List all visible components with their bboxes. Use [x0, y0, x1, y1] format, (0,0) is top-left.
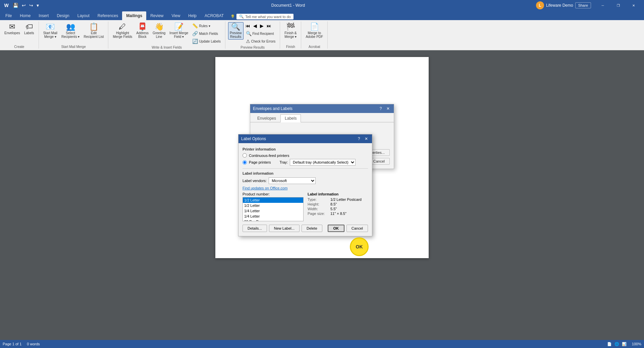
label-opts-titlebar: Label Options ? ✕ [238, 134, 372, 143]
match-fields-btn[interactable]: 🔗 Match Fields [191, 30, 222, 37]
rules-label: Rules ▾ [199, 24, 210, 28]
greeting-line-btn[interactable]: 👋 GreetingLine [151, 22, 167, 40]
status-bar-right: 📄 🌐 📊 100% [607, 342, 641, 346]
address-block-btn[interactable]: 📮 AddressBlock [135, 22, 150, 40]
finish-group-label: Finish [286, 44, 295, 49]
user-name: Lifeware Demo [546, 3, 573, 8]
details-btn[interactable]: Details... [243, 225, 267, 232]
env-close-btn[interactable]: ✕ [385, 106, 391, 112]
title-bar: W 💾 ↩ ↪ ▾ Document1 - Word L Lifeware De… [0, 0, 644, 11]
tab-layout[interactable]: Layout [73, 11, 94, 20]
nav-prev-btn[interactable]: ◀ [252, 22, 258, 30]
update-link[interactable]: Find updates on Office.com [243, 186, 368, 190]
env-tab-envelopes[interactable]: Envelopes [253, 114, 280, 122]
merge-to-pdf-btn[interactable]: 📄 Merge toAdobe PDF [304, 22, 325, 40]
labels-label: Labels [24, 31, 34, 35]
insert-merge-field-btn[interactable]: 📝 Insert MergeField ▾ [168, 22, 190, 40]
delete-btn[interactable]: Delete [302, 225, 322, 232]
tab-file[interactable]: File [1, 11, 16, 20]
tab-help[interactable]: Help [184, 11, 201, 20]
tab-mailings[interactable]: Mailings [122, 11, 146, 20]
tab-home[interactable]: Home [16, 11, 35, 20]
ribbon-group-create: ✉ Envelopes 🏷 Labels Create [0, 21, 39, 49]
restore-btn[interactable]: ❐ [610, 0, 626, 11]
tray-label: Tray: [279, 160, 288, 164]
label-page-size-row: Page size: 11" × 8.5" [308, 212, 368, 216]
label-opts-help-btn[interactable]: ? [356, 136, 362, 142]
view-print-icon[interactable]: 📄 [607, 342, 612, 346]
env-tab-labels[interactable]: Labels [280, 114, 301, 122]
tell-me-input[interactable]: 🔍 Tell me what you want to do [236, 14, 293, 19]
label-opts-ok-btn[interactable]: OK [328, 225, 344, 232]
nav-next-btn[interactable]: ▶ [259, 22, 265, 30]
edit-recipient-list-btn[interactable]: 📋 EditRecipient List [82, 22, 105, 40]
update-labels-btn[interactable]: 🔄 Update Labels [191, 38, 222, 45]
label-opts-close-btn[interactable]: ✕ [363, 136, 369, 142]
new-label-btn[interactable]: New Label... [269, 225, 300, 232]
labels-btn[interactable]: 🏷 Labels [22, 22, 36, 36]
tab-design[interactable]: Design [53, 11, 73, 20]
undo-quick-btn[interactable]: ↩ [20, 2, 27, 9]
view-outline-icon[interactable]: 📊 [622, 342, 627, 346]
env-dialog-controls: ? ✕ [378, 106, 391, 112]
update-labels-label: Update Labels [199, 40, 221, 43]
close-btn[interactable]: ✕ [626, 0, 641, 11]
labels-icon: 🏷 [25, 23, 33, 31]
start-mail-merge-label: Start Mail Merge [61, 44, 86, 49]
highlight-merge-fields-btn[interactable]: 🖊 HighlightMerge Fields [111, 22, 134, 40]
label-opts-controls: ? ✕ [356, 136, 369, 142]
tab-review[interactable]: Review [146, 11, 167, 20]
envelopes-btn[interactable]: ✉ Envelopes [3, 22, 22, 36]
nav-last-btn[interactable]: ⏭ [265, 22, 273, 30]
tab-insert[interactable]: Insert [35, 11, 53, 20]
page-printers-radio[interactable] [243, 160, 247, 165]
ribbon-group-finish-content: 🏁 Finish &Merge ▾ [283, 21, 298, 44]
rules-btn[interactable]: 📏 Rules ▾ [191, 22, 222, 30]
product-list[interactable]: 1/2 Letter 1/2 Letter 1/4 Letter 1/4 Let… [243, 197, 304, 221]
select-recipients-btn[interactable]: 👥 SelectRecipients ▾ [60, 22, 81, 40]
share-btn[interactable]: Share [575, 2, 591, 8]
ribbon-group-acrobat-content: 📄 Merge toAdobe PDF [304, 21, 325, 44]
find-recipient-btn[interactable]: 🔍 Find Recipient [244, 30, 277, 37]
label-options-dialog[interactable]: Label Options ? ✕ Printer information Co… [238, 134, 372, 236]
label-info-section-title: Label information [243, 171, 368, 175]
ok-highlight-circle: OK [350, 237, 369, 256]
product-item-3[interactable]: 1/4 Letter [243, 214, 303, 219]
extra-fields-col: 📏 Rules ▾ 🔗 Match Fields 🔄 Update Labels [191, 22, 222, 45]
continuous-feed-radio[interactable] [243, 153, 247, 158]
width-key: Width: [308, 207, 328, 211]
tab-references[interactable]: References [94, 11, 122, 20]
start-mail-merge-btn[interactable]: 📧 Start MailMerge ▾ [42, 22, 59, 40]
insert-field-label: Insert MergeField ▾ [169, 31, 188, 39]
customize-quick-btn[interactable]: ▾ [35, 2, 40, 9]
preview-results-btn[interactable]: 🔍 PreviewResults [228, 22, 244, 40]
minimize-btn[interactable]: ─ [595, 0, 610, 11]
view-web-icon[interactable]: 🌐 [614, 342, 619, 346]
height-value: 8.5" [330, 202, 337, 206]
label-height-row: Height: 8.5" [308, 202, 368, 206]
page-size-key: Page size: [308, 212, 328, 216]
continuous-feed-row: Continuous-feed printers [243, 153, 368, 158]
product-section: Product number: 1/2 Letter 1/2 Letter 1/… [243, 192, 368, 221]
word-logo-icon: W [3, 2, 10, 9]
window-title: Document1 - Word [40, 3, 536, 8]
vendor-select[interactable]: Avery US LetterAvery A4/A5MicrosoftOther [269, 177, 316, 184]
nav-first-btn[interactable]: ⏮ [244, 22, 252, 30]
env-help-btn[interactable]: ? [378, 106, 384, 112]
tray-row: Tray: Default tray (Automatically Select… [279, 159, 356, 166]
save-quick-btn[interactable]: 💾 [11, 2, 20, 9]
product-item-1[interactable]: 1/2 Letter [243, 203, 303, 208]
finish-merge-btn[interactable]: 🏁 Finish &Merge ▾ [283, 22, 298, 40]
product-item-0[interactable]: 1/2 Letter [243, 197, 303, 203]
check-errors-btn[interactable]: ⚠ Check for Errors [244, 38, 277, 45]
product-item-4[interactable]: 30 Per Page [243, 219, 303, 221]
label-opts-cancel-btn[interactable]: Cancel [346, 225, 368, 232]
ribbon-group-write-insert: 🖊 HighlightMerge Fields 📮 AddressBlock 👋… [108, 21, 225, 49]
tab-view[interactable]: View [168, 11, 184, 20]
product-item-2[interactable]: 1/4 Letter [243, 208, 303, 214]
select-recipients-label: SelectRecipients ▾ [61, 31, 79, 39]
tray-select[interactable]: Default tray (Automatically Select)Manua… [290, 159, 356, 166]
highlight-label: HighlightMerge Fields [113, 31, 132, 39]
tab-acrobat[interactable]: ACROBAT [201, 11, 228, 20]
redo-quick-btn[interactable]: ↪ [28, 2, 35, 9]
